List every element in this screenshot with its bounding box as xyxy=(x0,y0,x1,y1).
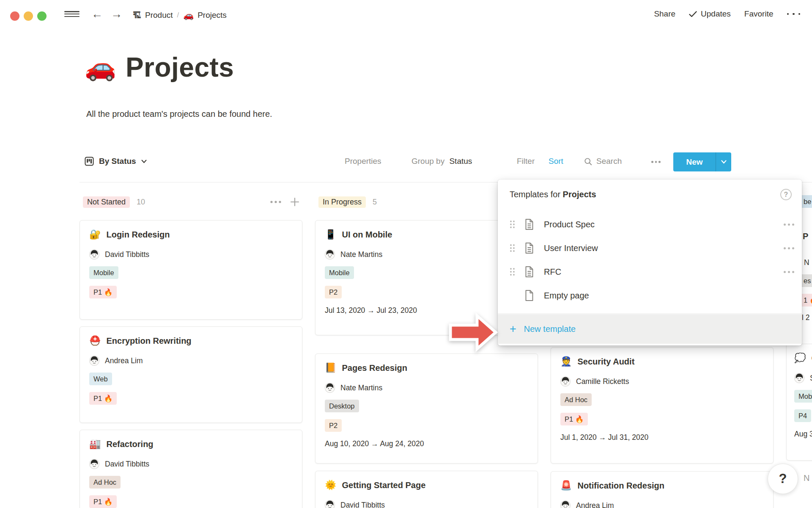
tag-priority: P1 🔥 xyxy=(89,392,117,405)
window-titlebar: ← → 🏗 Product / 🚗 Projects Share Updates… xyxy=(0,0,812,27)
assignee-row: Camille Ricketts xyxy=(560,376,765,387)
forward-arrow-icon[interactable]: → xyxy=(111,9,122,19)
card-refactoring[interactable]: 🏭Refactoring David Tibbitts Ad Hoc P1 🔥 xyxy=(80,430,302,508)
breadcrumb-projects[interactable]: 🚗 Projects xyxy=(183,10,227,20)
drag-handle-icon[interactable] xyxy=(510,244,515,252)
sort-button[interactable]: Sort xyxy=(549,157,563,166)
assignee-name: Andrea Lim xyxy=(105,356,143,365)
assignee-row: S xyxy=(794,373,812,383)
help-button[interactable]: ? xyxy=(768,464,798,494)
avatar xyxy=(794,373,804,383)
column-badge-not-started[interactable]: Not Started xyxy=(83,196,130,208)
group-by-button[interactable]: Group by Status xyxy=(411,157,472,166)
card-title: Refactoring xyxy=(106,438,153,450)
properties-button[interactable]: Properties xyxy=(345,157,381,166)
card-encryption-rewriting[interactable]: ⛑️Encryption Rewriting Andrea Lim Web P1… xyxy=(80,326,302,423)
template-item-rfc[interactable]: RFC xyxy=(498,260,802,284)
templates-popup: Templates for Projects ? Product Spec Us… xyxy=(498,179,802,345)
back-arrow-icon[interactable]: ← xyxy=(91,9,103,19)
column-badge-in-progress[interactable]: In Progress xyxy=(318,196,366,208)
date-range: Aug 3 xyxy=(794,430,812,439)
assignee-row: David Tibbitts xyxy=(325,500,529,508)
new-template-button[interactable]: + New template xyxy=(498,314,802,344)
traffic-light-minimize[interactable] xyxy=(24,11,33,21)
popup-title: Templates for Projects xyxy=(510,190,596,199)
card-getting-started-page[interactable]: 🌞Getting Started Page David Tibbitts xyxy=(315,471,538,508)
updates-button[interactable]: Updates xyxy=(689,9,731,19)
card-security-audit[interactable]: 👮Security Audit Camille Ricketts Ad Hoc … xyxy=(551,347,774,464)
tag-priority: P1 🔥 xyxy=(89,495,117,508)
template-more-icon[interactable] xyxy=(784,271,794,273)
card-login-redesign[interactable]: 🔐Login Redesign David Tibbitts Mobile P1… xyxy=(80,220,302,320)
tag-priority: P2 xyxy=(325,419,342,432)
popup-help-icon[interactable]: ? xyxy=(780,189,792,200)
assignee-name: Andrea Lim xyxy=(576,501,614,508)
tag-mobile: Mobile xyxy=(794,390,812,403)
clipped-column-badge: be xyxy=(800,195,812,208)
tag-mobile: Mobile xyxy=(89,266,118,279)
clipped-new-button-fragment: N xyxy=(804,473,809,483)
new-button[interactable]: New xyxy=(673,152,731,171)
template-more-icon[interactable] xyxy=(784,247,794,249)
filter-button[interactable]: Filter xyxy=(517,157,535,166)
assignee-row: Andrea Lim xyxy=(560,500,765,508)
document-icon xyxy=(524,266,535,278)
card-pages-redesign[interactable]: 📙Pages Redesign Nate Martins Desktop P2 … xyxy=(315,353,538,464)
card-title: Getting Started Page xyxy=(342,479,425,491)
chevron-down-icon xyxy=(141,160,147,163)
drag-handle-icon[interactable] xyxy=(510,220,515,229)
column-count: 10 xyxy=(137,198,145,207)
clipped-assignee-fragment: N xyxy=(804,258,809,267)
card-title: Notification Redesign xyxy=(577,479,664,492)
tag-priority: P4 xyxy=(794,409,811,422)
assignee-row: David Tibbitts xyxy=(89,249,294,260)
assignee-row: Nate Martins xyxy=(325,383,529,393)
template-item-user-interview[interactable]: User Interview xyxy=(498,236,802,260)
board-view-icon xyxy=(85,157,94,166)
lock-key-icon: 🔐 xyxy=(89,228,101,241)
sidebar-menu-icon[interactable] xyxy=(64,11,80,17)
view-more-icon[interactable] xyxy=(651,161,661,163)
favorite-button[interactable]: Favorite xyxy=(744,9,774,19)
card-notification-redesign[interactable]: 🚨Notification Redesign Andrea Lim xyxy=(551,471,774,508)
more-options-icon[interactable] xyxy=(787,13,801,15)
template-item-product-spec[interactable]: Product Spec xyxy=(498,213,802,236)
breadcrumb-product[interactable]: 🏗 Product xyxy=(133,11,173,20)
avatar xyxy=(325,249,335,260)
card-clipped[interactable]: 💭C S Mobile P4 Aug 3 xyxy=(786,344,812,461)
tag-priority: P2 xyxy=(325,286,342,298)
template-item-empty-page[interactable]: Empty page xyxy=(498,284,802,307)
assignee-name: Nate Martins xyxy=(340,384,382,392)
check-icon xyxy=(689,11,697,17)
construction-crane-icon: 🏗 xyxy=(133,11,141,20)
assignee-name: David Tibbitts xyxy=(340,501,385,508)
avatar xyxy=(325,500,335,508)
tag-priority: P1 🔥 xyxy=(560,413,588,425)
clipped-date-fragment: l 2 xyxy=(802,313,809,322)
template-more-icon[interactable] xyxy=(784,224,794,226)
tag-priority: P1 🔥 xyxy=(89,286,117,298)
drag-handle-icon[interactable] xyxy=(510,268,515,276)
view-selector[interactable]: By Status xyxy=(85,157,147,166)
card-title: UI on Mobile xyxy=(342,228,392,241)
tag-web: Web xyxy=(89,373,112,385)
clipped-tag-fragment: es xyxy=(800,274,812,287)
police-officer-icon: 👮 xyxy=(560,355,572,368)
share-button[interactable]: Share xyxy=(654,9,675,19)
traffic-light-zoom[interactable] xyxy=(37,11,47,21)
breadcrumb: 🏗 Product / 🚗 Projects xyxy=(133,10,227,20)
card-title: Pages Redesign xyxy=(342,362,407,374)
police-light-icon: 🚨 xyxy=(560,479,572,492)
new-button-chevron-icon[interactable] xyxy=(716,160,731,164)
traffic-light-close[interactable] xyxy=(10,11,19,21)
search-button[interactable]: Search xyxy=(584,157,622,166)
clipped-card-title-fragment: P xyxy=(803,232,808,241)
column-more-icon[interactable] xyxy=(270,200,282,204)
page-icon-car[interactable]: 🚗 xyxy=(85,55,116,80)
avatar xyxy=(89,249,99,260)
avatar xyxy=(560,500,571,508)
column-add-icon[interactable] xyxy=(290,197,299,207)
car-icon: 🚗 xyxy=(183,10,194,20)
date-range: Jul 1, 2020 → Jul 31, 2020 xyxy=(560,433,765,442)
card-title: Encryption Rewriting xyxy=(106,334,191,347)
